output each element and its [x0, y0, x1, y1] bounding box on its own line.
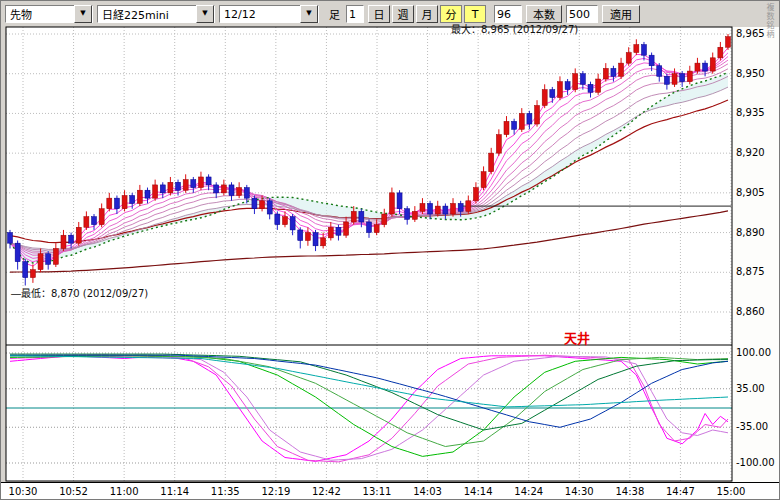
max-annotation: 最大：8,965 (2012/09/27) [451, 21, 578, 36]
right-vertical-label: 複数銘柄 [764, 3, 775, 39]
min-annotation: ―最低：8,870 (2012/09/27) [11, 285, 148, 300]
time-axis-label: 13:11 [363, 486, 392, 497]
osc-axis-label: 35.00 [736, 383, 765, 394]
time-axis-label: 14:38 [615, 486, 644, 497]
time-axis-label: 12:19 [261, 486, 290, 497]
price-axis-label: 8,875 [736, 266, 765, 277]
time-axis-label: 14:03 [413, 486, 442, 497]
time-axis-label: 12:42 [312, 486, 341, 497]
osc-axis-label: 100.00 [736, 347, 771, 358]
ceiling-annotation: 天井 [564, 328, 590, 347]
osc-axis-label: -35.00 [736, 421, 768, 432]
time-axis-label: 11:35 [211, 486, 240, 497]
price-axis-label: 8,935 [736, 107, 765, 118]
price-axis-label: 8,950 [736, 68, 765, 79]
time-axis-label: 10:52 [59, 486, 88, 497]
price-axis-label: 8,965 [736, 28, 765, 39]
time-axis-label: 14:24 [514, 486, 543, 497]
osc-axis-label: -100.00 [736, 457, 775, 468]
time-axis-label: 14:47 [666, 486, 695, 497]
time-axis-label: 15:00 [717, 486, 746, 497]
time-axis-label: 14:30 [565, 486, 594, 497]
price-axis-label: 8,860 [736, 306, 765, 317]
price-axis-label: 8,920 [736, 147, 765, 158]
time-axis-label: 10:30 [9, 486, 38, 497]
price-axis-label: 8,890 [736, 227, 765, 238]
chart-canvas [1, 1, 780, 500]
price-axis-label: 8,905 [736, 187, 765, 198]
time-axis-label: 11:00 [110, 486, 139, 497]
time-axis-label: 11:14 [160, 486, 189, 497]
time-axis: 10:3010:5211:0011:1411:3512:1912:4213:11… [1, 482, 780, 500]
time-axis-label: 14:14 [464, 486, 493, 497]
